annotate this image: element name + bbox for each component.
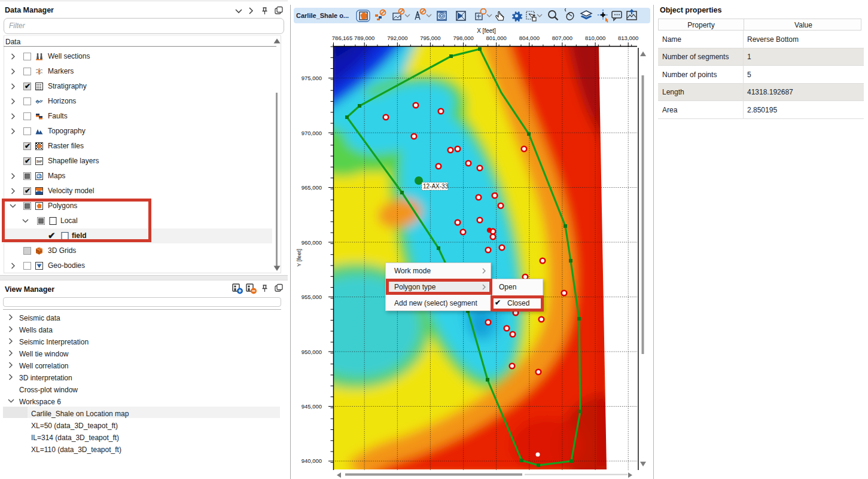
svg-text:955,000: 955,000	[301, 294, 322, 300]
svg-text:960,000: 960,000	[301, 239, 322, 246]
svg-text:798,000: 798,000	[453, 35, 473, 41]
svg-text:789,000: 789,000	[354, 35, 374, 41]
svg-text:SHP: SHP	[36, 160, 42, 163]
svg-text:945,000: 945,000	[301, 403, 322, 410]
svg-text:810,000: 810,000	[585, 35, 605, 41]
svg-text:792,000: 792,000	[387, 35, 407, 41]
svg-text:Y [feet]: Y [feet]	[296, 249, 302, 267]
svg-text:975,000: 975,000	[301, 75, 322, 81]
svg-text:801,000: 801,000	[486, 35, 507, 41]
svg-text:813,000: 813,000	[618, 35, 638, 41]
svg-text:965,000: 965,000	[301, 184, 322, 191]
svg-text:786,165: 786,165	[332, 35, 352, 41]
svg-text:970,000: 970,000	[301, 130, 322, 136]
svg-text:807,000: 807,000	[552, 35, 572, 41]
svg-text:795,000: 795,000	[420, 35, 440, 41]
svg-text:X [feet]: X [feet]	[477, 28, 496, 34]
svg-text:940,000: 940,000	[301, 457, 322, 464]
svg-text:950,000: 950,000	[301, 349, 322, 355]
svg-text:804,000: 804,000	[519, 35, 540, 41]
svg-text:12-AX-33: 12-AX-33	[423, 183, 449, 190]
